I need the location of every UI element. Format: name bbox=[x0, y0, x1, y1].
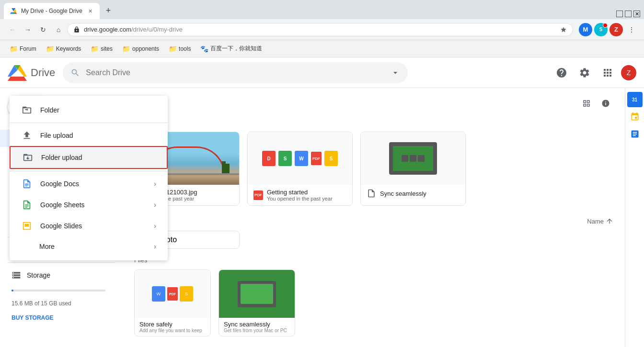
new-tab-button[interactable]: + bbox=[102, 4, 115, 17]
file-thumb-sync[interactable]: Sync seamlessly Get files from your Mac … bbox=[218, 269, 295, 336]
sort-button[interactable]: Name bbox=[587, 217, 613, 225]
files-title: Files bbox=[134, 257, 613, 264]
tasks-icon bbox=[630, 129, 640, 139]
main-content: Suggested bbox=[123, 88, 625, 347]
bookmark-label: sites bbox=[101, 45, 113, 52]
menu-item-folder[interactable]: Folder bbox=[10, 100, 168, 121]
settings-dots-button[interactable]: ⋮ bbox=[625, 23, 638, 36]
keep-panel-btn[interactable] bbox=[627, 109, 643, 124]
folder-icon: 📁 bbox=[122, 45, 130, 53]
file-card-getting-started[interactable]: D S W PDF bbox=[247, 132, 353, 206]
drive-favicon-icon bbox=[10, 7, 17, 15]
menu-item-file-upload[interactable]: File upload bbox=[10, 125, 168, 146]
help-button[interactable] bbox=[552, 63, 571, 82]
back-button[interactable]: ← bbox=[6, 23, 19, 36]
minimize-button[interactable] bbox=[616, 11, 623, 17]
right-panel: 31 bbox=[625, 88, 644, 347]
tasks-panel-btn[interactable] bbox=[627, 126, 643, 142]
grid-view-button[interactable] bbox=[579, 96, 594, 111]
keep-icon bbox=[630, 112, 640, 122]
submenu-arrow-icon: › bbox=[154, 201, 156, 209]
bookmark-label: Forum bbox=[20, 45, 36, 52]
home-button[interactable]: ⌂ bbox=[52, 23, 65, 36]
menu-item-google-slides[interactable]: Google Slides › bbox=[10, 215, 168, 236]
folder-icon: 📁 bbox=[46, 45, 54, 53]
folder-icon: 📁 bbox=[169, 45, 177, 53]
menu-item-google-sheets[interactable]: Google Sheets › bbox=[10, 194, 168, 215]
storage-usage: 15.6 MB of 15 GB used bbox=[12, 300, 71, 307]
pdf-icon: PDF bbox=[253, 190, 263, 200]
settings-icon bbox=[579, 67, 590, 78]
files-list: W PDF S Store safely Add any file you wa… bbox=[134, 269, 613, 336]
submenu-arrow-icon: › bbox=[154, 243, 156, 250]
bookmark-label: Keywords bbox=[56, 45, 81, 52]
bookmark-star-icon bbox=[560, 26, 567, 33]
menu-divider bbox=[10, 123, 168, 123]
folders-list: photo bbox=[134, 231, 613, 249]
suggested-section-title: Suggested bbox=[134, 119, 613, 126]
file-upload-icon bbox=[21, 130, 33, 141]
menu-label: Google Slides bbox=[40, 222, 146, 230]
storage-label: Storage bbox=[27, 271, 50, 279]
active-tab[interactable]: My Drive - Google Drive ✕ bbox=[4, 3, 100, 19]
menu-item-more[interactable]: More › bbox=[10, 236, 168, 257]
settings-button[interactable] bbox=[575, 63, 594, 82]
slides-mini-icon: S bbox=[324, 151, 338, 166]
suggested-cards: 027-121003.jpg d in the past year D bbox=[134, 132, 613, 206]
file-sub: Get files from your Mac or PC bbox=[224, 328, 290, 333]
maximize-button[interactable] bbox=[625, 11, 632, 17]
more-icon bbox=[21, 241, 32, 252]
bookmark-forum[interactable]: 📁 Forum bbox=[6, 43, 40, 55]
submenu-arrow-icon: › bbox=[154, 180, 156, 188]
menu-item-google-docs[interactable]: Google Docs › bbox=[10, 173, 168, 194]
menu-label: More bbox=[39, 243, 146, 250]
bookmark-keywords[interactable]: 📁 Keywords bbox=[42, 43, 85, 55]
submenu-arrow-icon: › bbox=[154, 222, 156, 230]
menu-label: Google Sheets bbox=[40, 201, 146, 209]
file-name: Sync seamlessly bbox=[224, 321, 290, 328]
file-thumb-store[interactable]: W PDF S Store safely Add any file you wa… bbox=[134, 269, 211, 336]
sidebar-divider-2 bbox=[8, 262, 115, 263]
avatar-nav[interactable]: Z bbox=[610, 23, 623, 36]
drive-logo: Drive bbox=[8, 64, 55, 81]
menu-label: File upload bbox=[40, 132, 156, 139]
search-input[interactable] bbox=[86, 68, 385, 77]
sheets-mini-icon: S bbox=[278, 151, 292, 166]
tab-close-button[interactable]: ✕ bbox=[86, 7, 94, 15]
calendar-panel-btn[interactable]: 31 bbox=[627, 92, 643, 107]
baidu-icon: 🐾 bbox=[200, 45, 208, 53]
address-bar[interactable]: drive.google.com/drive/u/0/my-drive bbox=[67, 23, 573, 36]
file-sub: Add any file you want to keep bbox=[139, 328, 206, 333]
apps-button[interactable] bbox=[598, 63, 617, 82]
bookmark-sites[interactable]: 📁 sites bbox=[87, 43, 116, 55]
lock-icon bbox=[73, 26, 80, 33]
sidebar-item-storage: Storage 15.6 MB of 15 GB used BUY STORAG… bbox=[0, 267, 117, 325]
close-window-button[interactable]: ✕ bbox=[633, 11, 640, 17]
folder-icon: 📁 bbox=[10, 45, 18, 53]
tab-title: My Drive - Google Drive bbox=[21, 8, 82, 14]
card-date: You opened in the past year bbox=[267, 196, 346, 201]
info-icon bbox=[601, 99, 610, 108]
buy-storage-button[interactable]: BUY STORAGE bbox=[12, 314, 54, 321]
search-dropdown-icon[interactable] bbox=[391, 68, 400, 78]
google-docs-icon bbox=[21, 178, 33, 190]
avatar[interactable]: Z bbox=[621, 65, 636, 80]
ext-icon-1: S bbox=[594, 23, 608, 36]
file-card-sync[interactable]: Sync seamlessly bbox=[360, 132, 466, 206]
google-slides-icon bbox=[21, 220, 33, 232]
info-button[interactable] bbox=[598, 96, 613, 111]
bookmark-tools[interactable]: 📁 tools bbox=[165, 43, 195, 55]
search-bar[interactable] bbox=[63, 62, 408, 83]
profile-icon: M bbox=[579, 23, 592, 36]
reload-button[interactable]: ↻ bbox=[36, 23, 50, 36]
bookmark-label: tools bbox=[179, 45, 191, 52]
apps-icon bbox=[602, 67, 613, 78]
bookmark-opponents[interactable]: 📁 opponents bbox=[118, 43, 163, 55]
bookmark-baidu[interactable]: 🐾 百度一下，你就知道 bbox=[196, 43, 266, 55]
pdf-mini-icon: PDF bbox=[311, 152, 322, 165]
forward-button[interactable]: → bbox=[21, 23, 34, 36]
menu-item-folder-upload[interactable]: Folder upload bbox=[10, 146, 168, 169]
storage-bar-fill bbox=[12, 290, 13, 291]
docs-mini-icon: D bbox=[262, 151, 276, 166]
google-sheets-icon bbox=[21, 199, 33, 211]
